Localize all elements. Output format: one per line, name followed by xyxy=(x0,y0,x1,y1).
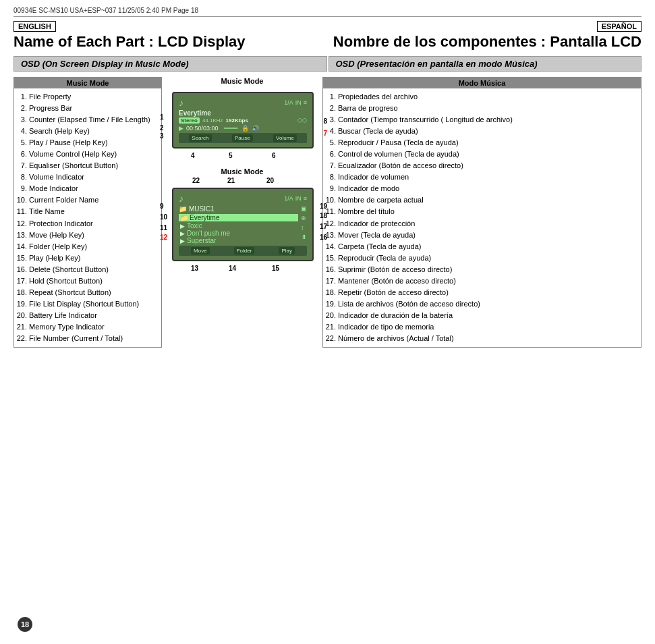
lcd1-top-bar: ♪ 1/A IN ≡ xyxy=(179,97,307,108)
callout-22: 22 xyxy=(192,177,200,184)
list-item: Play / Pause (Help Key) xyxy=(29,137,161,149)
lcd1-progress-bar: ━━━━ xyxy=(224,125,237,132)
lcd1-btn-volume: Volume xyxy=(273,134,297,142)
list-item: Nombre del título xyxy=(338,206,641,217)
lcd1-icon-a: 1/A xyxy=(284,99,293,106)
list-item: Contador (Tiempo transcurrido ( Longitud… xyxy=(338,114,641,126)
lcd2-list: 📁 MUSIC1 📁 Everytime ▶ Toxic xyxy=(179,205,298,244)
diagram1-section: Music Mode 1 2 3 4 5 6 7 8 ♪ xyxy=(157,77,327,163)
callout-13: 13 xyxy=(191,265,198,272)
lcd2-folder-row: 📁 MUSIC1 xyxy=(179,205,298,213)
list-item: Repeat (Shortcut Button) xyxy=(29,287,161,298)
callout-14: 14 xyxy=(229,265,236,272)
list-item: Nombre de carpeta actual xyxy=(338,194,641,206)
lcd2-arrow2: ▶ xyxy=(180,230,185,237)
lcd2-folder-icon2: 📁 xyxy=(180,214,188,221)
list-item: Ecualizador (Botón de acceso directo) xyxy=(338,160,641,171)
list-item: Protection Indicator xyxy=(29,218,161,230)
english-title-block: ENGLISH Name of Each Part : LCD Display xyxy=(13,21,328,51)
list-item: Move (Help Key) xyxy=(29,230,161,241)
callout-15: 15 xyxy=(272,265,279,272)
osd-english: OSD (On Screen Display in Music Mode) xyxy=(13,56,327,72)
lcd1-icon-menu: ≡ xyxy=(304,99,307,106)
list-item: Control de volumen (Tecla de ayuda) xyxy=(338,149,641,160)
lcd1-time: 00:50/03:00 xyxy=(186,125,219,132)
lcd2-icon-a: 1/A xyxy=(284,195,293,202)
lcd1-btn-search: Search xyxy=(189,134,211,142)
page-number: 18 xyxy=(18,617,32,632)
lcd2-arrow1: ▶ xyxy=(180,223,185,230)
spanish-music-mode-section: Modo Música Propiedades del archivo Barr… xyxy=(322,77,642,348)
english-section-title: Music Mode xyxy=(14,78,161,88)
spanish-column: Modo Música Propiedades del archivo Barr… xyxy=(322,77,642,350)
lcd2-item3: ▶ Superstar xyxy=(179,237,298,244)
lcd2-bottom-bar: Move Folder Play xyxy=(179,246,307,256)
lcd1-freq: 44.1KHz xyxy=(202,117,223,124)
lcd1-bottom-bar: Search Pause Volume xyxy=(179,133,307,143)
spanish-title-block: ESPAÑOL Nombre de los componentes : Pant… xyxy=(328,21,642,51)
callout-19: 19 xyxy=(320,203,327,210)
diagram2-title: Music Mode xyxy=(157,167,327,176)
lcd1-time-row: ▶ 00:50/03:00 ━━━━ 🔒 🔊 xyxy=(179,125,307,132)
lcd2-item2: ▶ Don't push me xyxy=(179,230,298,237)
list-item: Hold (Shortcut Button) xyxy=(29,275,161,287)
lcd2-item2-name: Don't push me xyxy=(187,230,230,237)
lcd2-selected-name: Everytime xyxy=(190,214,219,221)
list-item: Title Name xyxy=(29,206,161,217)
lcd2-btn-folder: Folder xyxy=(234,247,255,254)
lcd2-top: ♪ 1/A IN ≡ xyxy=(179,193,307,204)
list-item: Progress Bar xyxy=(29,103,161,114)
list-item: Volume Indicator xyxy=(29,171,161,183)
list-item: Carpeta (Tecla de ayuda) xyxy=(338,241,641,252)
english-list: File Property Progress Bar Counter (Elap… xyxy=(14,91,161,344)
list-item: Delete (Shortcut Button) xyxy=(29,264,161,275)
callout-2: 2 xyxy=(160,124,164,132)
diagram1-wrapper: 1 2 3 4 5 6 7 8 ♪ 1/A xyxy=(172,92,314,149)
lcd2-item3-name: Superstar xyxy=(187,237,216,244)
callout-1: 1 xyxy=(160,113,164,121)
lcd1-btn-pause: Pause xyxy=(232,134,253,142)
list-item: Play (Help Key) xyxy=(29,252,161,264)
list-item: Número de archivos (Actual / Total) xyxy=(338,333,641,344)
spanish-badge: ESPAÑOL xyxy=(597,21,642,32)
callout-16: 16 xyxy=(320,234,327,241)
lcd1-icons2: ⬡⬡ xyxy=(297,117,307,124)
lcd2-icon-menu: ≡ xyxy=(304,195,307,202)
lcd2-folder-name: MUSIC1 xyxy=(189,205,215,213)
diagram1-title: Music Mode xyxy=(157,77,327,85)
lcd1-stereo: Stereo xyxy=(179,117,200,124)
main-title-english: Name of Each Part : LCD Display xyxy=(13,33,328,51)
lcd2-content: 📁 MUSIC1 📁 Everytime ▶ Toxic xyxy=(179,205,307,244)
header-bar: 00934E SC-MS10 USA+ESP~037 11/25/05 2:40… xyxy=(13,7,642,17)
osd-spanish: OSD (Presentación en pantalla en modo Mú… xyxy=(329,56,642,72)
lcd-panel-1: ♪ 1/A IN ≡ Everytime Stereo 44.1KHz 192K… xyxy=(172,92,314,149)
list-item: Indicador de volumen xyxy=(338,171,641,183)
lcd1-right-icons: 1/A IN ≡ xyxy=(284,99,307,106)
english-badge: ENGLISH xyxy=(13,21,56,32)
lcd2-arrow3: ▶ xyxy=(180,238,185,244)
list-item: Reproducir (Tecla de ayuda) xyxy=(338,252,641,264)
lcd1-music-icon: ♪ xyxy=(179,97,183,108)
osd-bar: OSD (On Screen Display in Music Mode) OS… xyxy=(13,56,642,72)
list-item: Propiedades del archivo xyxy=(338,91,641,103)
list-item: Counter (Elapsed Time / File Length) xyxy=(29,114,161,126)
list-item: File Property xyxy=(29,91,161,103)
list-item: Lista de archivos (Botón de acceso direc… xyxy=(338,298,641,310)
content-area: Music Mode File Property Progress Bar Co… xyxy=(13,77,642,350)
list-item: Mantener (Botón de acceso directo) xyxy=(338,275,641,287)
list-item: Buscar (Tecla de ayuda) xyxy=(338,126,641,137)
list-item: Suprimir (Botón de acceso directo) xyxy=(338,264,641,275)
lcd2-side-icons: ▣ ⊕ ↕ ⏸ xyxy=(301,205,307,240)
lcd1-song-title: Everytime xyxy=(179,109,307,117)
callout-12: 12 xyxy=(160,234,167,241)
lcd2-icon3: ↕ xyxy=(301,224,307,231)
callout-18: 18 xyxy=(320,212,327,219)
lcd2-icon1: ▣ xyxy=(301,205,307,212)
lcd2-icon2: ⊕ xyxy=(301,215,307,221)
callout-10: 10 xyxy=(160,213,167,221)
lcd1-play-icon: ▶ xyxy=(179,125,183,132)
list-item: Indicador de tipo de memoria xyxy=(338,321,641,333)
list-item: Barra de progreso xyxy=(338,103,641,114)
list-item: Current Folder Name xyxy=(29,194,161,206)
list-item: Volume Control (Help Key) xyxy=(29,149,161,160)
